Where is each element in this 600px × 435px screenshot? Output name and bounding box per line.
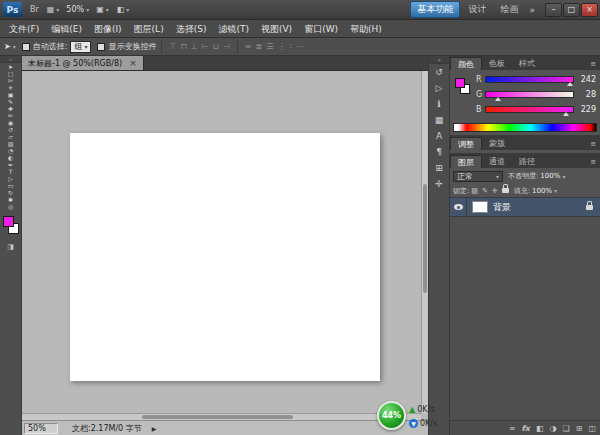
clone-source-panel-icon[interactable]: ⊞ (429, 160, 449, 176)
canvas-viewport[interactable] (22, 71, 428, 420)
workspace-button-essentials[interactable]: 基本功能 (410, 1, 460, 18)
align-top-edges-icon[interactable]: ⊤ (167, 42, 178, 51)
delete-layer-icon[interactable]: ◫ (588, 424, 596, 433)
menu-help[interactable]: 帮助(H) (344, 20, 388, 38)
menu-layer[interactable]: 图层(L) (128, 20, 170, 38)
blue-slider[interactable] (485, 106, 574, 113)
tab-styles[interactable]: 样式 (512, 57, 542, 70)
screen-mode-icon[interactable]: ◧▾ (113, 5, 134, 14)
auto-select-dropdown[interactable]: 组▾ (70, 41, 91, 53)
workspace-button-painting[interactable]: 绘画 (494, 1, 524, 18)
tool-zoom[interactable]: ◎ (0, 203, 21, 210)
tool-spot-healing-brush[interactable]: ✚ (0, 105, 21, 112)
minimize-button[interactable]: – (545, 3, 562, 17)
tab-color[interactable]: 颜色 (450, 57, 482, 70)
character-panel-icon[interactable]: A (429, 128, 449, 144)
move-tool-preset-icon[interactable]: ➤▾ (4, 42, 19, 51)
tool-history-brush[interactable]: ↺ (0, 126, 21, 133)
red-slider[interactable] (485, 76, 574, 83)
tab-channels[interactable]: 通道 (482, 155, 512, 168)
lock-position-icon[interactable]: ✛ (492, 187, 498, 195)
arrange-documents-icon[interactable]: ▣▾ (92, 5, 113, 14)
bridge-icon[interactable]: Br (26, 5, 43, 14)
tools-panel-grip[interactable]: ‹‹ (0, 56, 21, 63)
color-spectrum-ramp[interactable] (453, 123, 597, 132)
blue-slider-thumb[interactable] (563, 112, 569, 116)
layer-row-background[interactable]: 背景 (450, 198, 600, 217)
tool-quick-selection[interactable]: ✳ (0, 84, 21, 91)
new-layer-icon[interactable]: ⊞ (576, 424, 583, 433)
tool-move[interactable]: ➤ (0, 63, 21, 70)
distribute-top-edges-icon[interactable]: ≡ (243, 42, 254, 51)
view-extras-icon[interactable]: ▦▾ (43, 5, 64, 14)
horizontal-scrollbar-thumb[interactable] (142, 415, 294, 419)
tool-eraser[interactable]: ▱ (0, 133, 21, 140)
show-transform-checkbox[interactable] (97, 43, 105, 51)
layer-style-icon[interactable]: fx (521, 424, 530, 433)
workspace-button-design[interactable]: 设计 (462, 1, 492, 18)
tool-lasso[interactable]: ✄ (0, 77, 21, 84)
distribute-bottom-edges-icon[interactable]: ☰ (264, 42, 275, 51)
tool-type[interactable]: T (0, 168, 21, 175)
layer-thumbnail[interactable] (472, 201, 488, 213)
blue-value[interactable]: 229 (574, 105, 596, 114)
panel-menu-icon[interactable]: ≡ (590, 140, 600, 150)
navigator-panel-icon[interactable]: ✛ (429, 176, 449, 192)
quick-mask-button[interactable]: ◨ (0, 242, 21, 252)
opacity-value[interactable]: 100% (540, 172, 560, 180)
align-bottom-edges-icon[interactable]: ⊥ (189, 42, 200, 51)
new-group-icon[interactable]: ❏ (563, 424, 570, 433)
history-panel-icon[interactable]: ↺ (429, 64, 449, 80)
green-value[interactable]: 28 (574, 90, 596, 99)
histogram-panel-icon[interactable]: ▦ (429, 112, 449, 128)
horizontal-scrollbar[interactable] (22, 413, 421, 420)
tool-rectangle-shape[interactable]: ▭ (0, 182, 21, 189)
tool-brush[interactable]: ✏ (0, 112, 21, 119)
tool-dodge[interactable]: ◐ (0, 154, 21, 161)
distribute-right-edges-icon[interactable]: ⋯ (293, 42, 305, 51)
close-button[interactable]: × (581, 3, 598, 17)
actions-panel-icon[interactable]: ▷ (429, 80, 449, 96)
vertical-scrollbar-thumb[interactable] (423, 184, 427, 293)
tab-swatches[interactable]: 色板 (482, 57, 512, 70)
tool-path-selection[interactable]: ▷ (0, 175, 21, 182)
menu-filter[interactable]: 滤镜(T) (212, 20, 255, 38)
auto-select-checkbox[interactable] (22, 43, 30, 51)
red-value[interactable]: 242 (574, 75, 596, 84)
maximize-button[interactable]: □ (563, 3, 580, 17)
status-zoom-field[interactable]: 50% (24, 423, 58, 434)
status-expand-icon[interactable]: ▶ (152, 425, 157, 432)
lock-transparent-pixels-icon[interactable]: ▨ (471, 187, 478, 195)
vertical-scrollbar[interactable] (421, 71, 428, 413)
tab-close-icon[interactable]: × (129, 58, 137, 68)
info-panel-icon[interactable]: ℹ (429, 96, 449, 112)
red-slider-thumb[interactable] (567, 82, 573, 86)
tool-clone-stamp[interactable]: ◉ (0, 119, 21, 126)
tab-masks[interactable]: 蒙版 (482, 137, 512, 150)
tool-pen[interactable]: ✒ (0, 161, 21, 168)
menu-select[interactable]: 选择(S) (170, 20, 213, 38)
foreground-color-swatch[interactable] (3, 216, 14, 227)
tool-rotate-3d[interactable]: ↻ (0, 189, 21, 196)
menu-file[interactable]: 文件(F) (3, 20, 45, 38)
tab-adjustments[interactable]: 调整 (450, 137, 482, 150)
distribute-left-edges-icon[interactable]: ⋮ (275, 42, 287, 51)
speed-ball-overlay[interactable]: 44% (377, 401, 406, 430)
panel-menu-icon[interactable]: ≡ (590, 158, 600, 168)
lock-all-icon[interactable] (502, 188, 509, 193)
align-horizontal-centers-icon[interactable]: ⊔ (211, 42, 221, 51)
tool-rectangular-marquee[interactable]: ▢ (0, 70, 21, 77)
menu-view[interactable]: 视图(V) (255, 20, 298, 38)
blend-mode-dropdown[interactable]: 正常▾ (453, 171, 503, 182)
tool-blur[interactable]: ◔ (0, 147, 21, 154)
tool-hand[interactable]: ✱ (0, 196, 21, 203)
green-slider-thumb[interactable] (495, 97, 501, 101)
add-layer-mask-icon[interactable]: ◧ (536, 424, 544, 433)
workspace-overflow-button[interactable]: » (525, 5, 539, 15)
link-layers-icon[interactable]: ∞ (509, 424, 516, 433)
zoom-level-dropdown[interactable]: 50%▾ (63, 5, 92, 14)
distribute-vertical-centers-icon[interactable]: ≣ (254, 42, 265, 51)
new-adjustment-layer-icon[interactable]: ◑ (550, 424, 557, 433)
tool-gradient[interactable]: ▨ (0, 140, 21, 147)
tab-paths[interactable]: 路径 (512, 155, 542, 168)
